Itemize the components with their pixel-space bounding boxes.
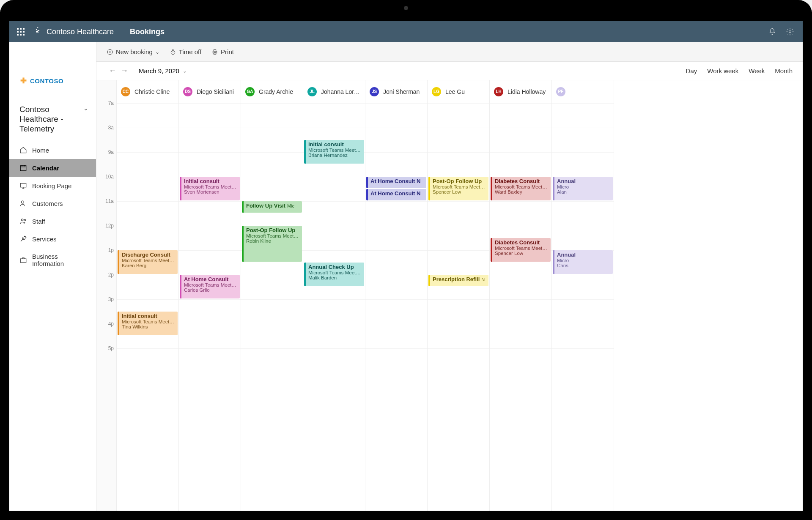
event-subtitle: Mic <box>287 203 294 208</box>
staff-header[interactable]: JSJoni Sherman <box>365 80 427 103</box>
column-body[interactable]: Initial consultMicrosoft Teams MeetingBr… <box>303 103 365 511</box>
view-day[interactable]: Day <box>686 67 697 74</box>
notifications-icon[interactable] <box>767 27 777 37</box>
event-title: Post-Op Follow Up <box>246 227 299 233</box>
calendar-event[interactable]: AnnualMicroChris <box>553 250 613 274</box>
print-button[interactable]: Print <box>211 48 234 55</box>
staff-column: LHLidia HollowayDiabetes ConsultMicrosof… <box>490 80 552 511</box>
event-location: Micro <box>557 258 610 263</box>
calendar-event[interactable]: AnnualMicroAlan <box>553 177 613 200</box>
nav-calendar[interactable]: Calendar <box>9 159 96 177</box>
event-customer: Spencer Low <box>495 251 548 256</box>
calendar-icon <box>19 164 27 172</box>
toolbar: New booking ⌄ Time off Print <box>96 42 803 62</box>
event-customer: Ward Baxley <box>495 189 548 194</box>
event-location: Microsoft Teams Meeting <box>246 233 299 238</box>
date-picker[interactable]: March 9, 2020 ⌄ <box>139 67 187 74</box>
app-launcher-icon[interactable] <box>17 28 25 36</box>
view-week[interactable]: Week <box>749 67 765 74</box>
column-body[interactable]: Diabetes ConsultMicrosoft Teams MeetingW… <box>490 103 551 511</box>
column-body[interactable]: Follow Up VisitMicPost-Op Follow UpMicro… <box>241 103 303 511</box>
wrench-icon <box>19 235 27 243</box>
staff-header[interactable]: JLJohanna Lorenz <box>303 80 365 103</box>
next-day-button[interactable]: → <box>118 65 130 77</box>
caduceus-icon <box>33 26 42 38</box>
nav-label: Services <box>32 235 57 243</box>
people-icon <box>19 217 27 225</box>
calendar-event[interactable]: At Home ConsultMicrosoft Teams MeetingCa… <box>180 275 240 298</box>
calendar-event[interactable]: Post-Op Follow UpMicrosoft Teams Meeting… <box>242 226 302 262</box>
column-body[interactable]: Initial consultMicrosoft Teams MeetingSv… <box>179 103 241 511</box>
event-title: Discharge Consult <box>122 252 175 258</box>
workspace-picker[interactable]: Contoso Healthcare - Telemetry ⌄ <box>9 101 96 141</box>
nav-home[interactable]: Home <box>9 141 96 159</box>
brand: Contoso Healthcare <box>33 26 114 38</box>
event-location: Microsoft Teams Meeting <box>308 148 362 153</box>
calendar-event[interactable]: Post-Op Follow UpMicrosoft Teams Meeting… <box>428 177 488 200</box>
nav-label: Calendar <box>32 164 59 172</box>
event-customer: Briana Hernandez <box>308 153 362 158</box>
tenant-logo: ✚ CONTOSO <box>9 52 96 101</box>
calendar-event[interactable]: At Home Consult N <box>366 177 426 188</box>
staff-column: CCChristie ClineDischarge ConsultMicroso… <box>117 80 179 511</box>
staff-header[interactable]: DSDiego Siciliani <box>179 80 241 103</box>
time-gutter: 7a8a9a10a11a12p1p2p3p4p5p <box>96 80 117 511</box>
calendar-event[interactable]: Diabetes ConsultMicrosoft Teams MeetingS… <box>491 238 551 262</box>
column-body[interactable]: At Home Consult NAt Home Consult N <box>365 103 427 511</box>
event-title: Diabetes Consult <box>495 239 548 246</box>
column-body[interactable]: Post-Op Follow UpMicrosoft Teams Meeting… <box>428 103 489 511</box>
staff-name: Lidia Holloway <box>508 88 546 95</box>
event-subtitle: N <box>481 277 485 282</box>
tenant-name: CONTOSO <box>30 77 63 85</box>
svg-point-3 <box>22 201 24 203</box>
calendar-event[interactable]: Annual Check UpMicrosoft Teams MeetingMa… <box>304 263 364 286</box>
event-customer: Robin Kline <box>246 238 299 244</box>
calendar-event[interactable]: Initial consultMicrosoft Teams MeetingSv… <box>180 177 240 200</box>
calendar-event[interactable]: Initial consultMicrosoft Teams MeetingBr… <box>304 140 364 164</box>
staff-header[interactable]: CCChristie Cline <box>117 80 178 103</box>
calendar-event[interactable]: Discharge ConsultMicrosoft Teams Meeting… <box>118 250 178 274</box>
home-icon <box>19 146 27 154</box>
svg-rect-10 <box>214 49 216 51</box>
calendar-event[interactable]: Prescription RefillN <box>428 275 488 286</box>
time-off-button[interactable]: Time off <box>170 48 201 55</box>
event-title: Prescription Refill <box>433 276 480 282</box>
staff-header[interactable]: LHLidia Holloway <box>490 80 551 103</box>
staff-header[interactable]: PF <box>552 80 614 103</box>
current-date: March 9, 2020 <box>139 67 179 74</box>
main: New booking ⌄ Time off Print ← → March 9… <box>96 42 803 511</box>
staff-header[interactable]: LGLee Gu <box>428 80 489 103</box>
calendar: 7a8a9a10a11a12p1p2p3p4p5p CCChristie Cli… <box>96 80 803 511</box>
nav-booking-page[interactable]: Booking Page <box>9 177 96 194</box>
column-body[interactable]: Discharge ConsultMicrosoft Teams Meeting… <box>117 103 178 511</box>
nav-business-info[interactable]: Business Information <box>9 248 96 272</box>
new-booking-label: New booking <box>116 48 153 55</box>
calendar-event[interactable]: Follow Up VisitMic <box>242 201 302 213</box>
svg-rect-1 <box>20 166 26 171</box>
calendar-event[interactable]: At Home Consult N <box>366 189 426 200</box>
settings-icon[interactable] <box>785 27 795 37</box>
nav-services[interactable]: Services <box>9 230 96 248</box>
avatar: CC <box>121 87 130 96</box>
new-booking-button[interactable]: New booking ⌄ <box>107 48 159 55</box>
view-month[interactable]: Month <box>775 67 793 74</box>
prev-day-button[interactable]: ← <box>107 65 118 77</box>
column-body[interactable]: AnnualMicroAlanAnnualMicroChris <box>552 103 614 511</box>
avatar: JS <box>370 87 379 96</box>
calendar-event[interactable]: Initial consultMicrosoft Teams MeetingTi… <box>118 312 178 335</box>
calendar-event[interactable]: Diabetes ConsultMicrosoft Teams MeetingW… <box>491 177 551 200</box>
hour-label: 10a <box>105 174 114 180</box>
view-work-week[interactable]: Work week <box>707 67 738 74</box>
nav-customers[interactable]: Customers <box>9 194 96 212</box>
nav-staff[interactable]: Staff <box>9 212 96 230</box>
hour-label: 4p <box>108 321 114 327</box>
chevron-down-icon: ⌄ <box>183 68 187 74</box>
avatar: DS <box>183 87 192 96</box>
event-title: Initial consult <box>122 313 175 319</box>
avatar: LG <box>432 87 441 96</box>
event-customer: Sven Mortensen <box>184 189 237 194</box>
event-location: Microsoft Teams Meeting <box>122 319 175 324</box>
event-title: Annual <box>557 252 610 258</box>
staff-name: Johanna Lorenz <box>321 88 361 95</box>
staff-header[interactable]: GAGrady Archie <box>241 80 303 103</box>
